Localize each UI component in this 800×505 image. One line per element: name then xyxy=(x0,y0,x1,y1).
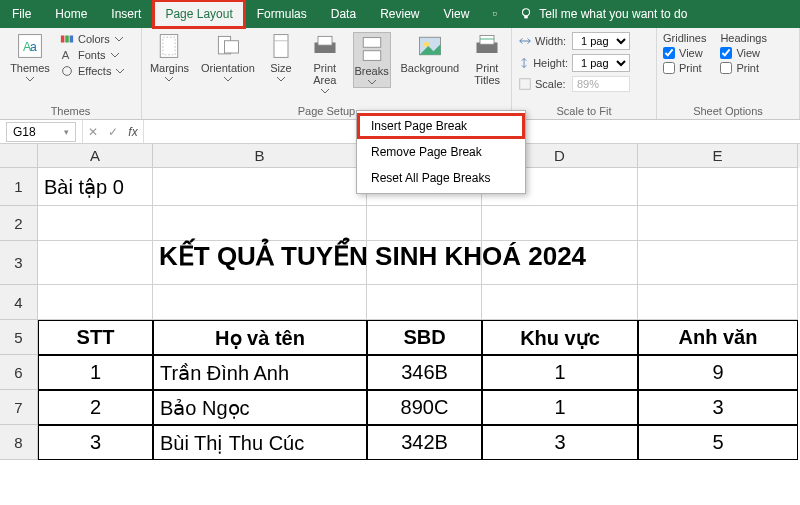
cell-e6[interactable]: 9 xyxy=(638,355,798,390)
group-scale: Scale to Fit xyxy=(518,103,650,117)
cell-a5[interactable]: STT xyxy=(38,320,153,355)
margins-button[interactable]: Margins xyxy=(148,32,191,82)
gridlines-view-check[interactable]: View xyxy=(663,47,706,59)
fx-button[interactable]: fx xyxy=(123,125,143,139)
tab-review[interactable]: Review xyxy=(368,0,431,28)
svg-rect-18 xyxy=(318,36,332,45)
orientation-button[interactable]: Orientation xyxy=(201,32,255,82)
cell-b3-merged[interactable]: KẾT QUẢ TUYỂN SINH KHOÁ 2024 xyxy=(153,241,798,272)
cell-d8[interactable]: 3 xyxy=(482,425,638,460)
chevron-down-icon xyxy=(25,76,35,82)
cell-c6[interactable]: 346B xyxy=(367,355,482,390)
view-label: View xyxy=(736,47,760,59)
cell-b1[interactable] xyxy=(153,168,367,206)
col-header-b[interactable]: B xyxy=(153,144,367,168)
scale-label: Scale: xyxy=(535,78,566,90)
fonts-button[interactable]: A Fonts xyxy=(60,48,125,62)
tab-file[interactable]: File xyxy=(0,0,43,28)
chevron-down-icon xyxy=(115,68,125,74)
enter-formula-button[interactable]: ✓ xyxy=(103,125,123,139)
height-select[interactable]: 1 page xyxy=(572,54,630,72)
row-header-5[interactable]: 5 xyxy=(0,320,38,355)
row-header-6[interactable]: 6 xyxy=(0,355,38,390)
gridlines-print-check[interactable]: Print xyxy=(663,62,706,74)
background-label: Background xyxy=(401,62,460,74)
cell-c2[interactable] xyxy=(367,206,482,241)
tab-home[interactable]: Home xyxy=(43,0,99,28)
cell-c5[interactable]: SBD xyxy=(367,320,482,355)
themes-button[interactable]: Aa Themes xyxy=(6,32,54,82)
cell-c7[interactable]: 890C xyxy=(367,390,482,425)
cell-d7[interactable]: 1 xyxy=(482,390,638,425)
col-header-a[interactable]: A xyxy=(38,144,153,168)
chevron-down-icon[interactable]: ▾ xyxy=(64,127,69,137)
cell-d5[interactable]: Khu vực xyxy=(482,320,638,355)
tab-formulas[interactable]: Formulas xyxy=(245,0,319,28)
tab-view[interactable]: View xyxy=(432,0,482,28)
themes-label: Themes xyxy=(10,62,50,74)
size-button[interactable]: Size xyxy=(265,32,297,82)
margins-icon xyxy=(155,32,183,60)
headings-view-check[interactable]: View xyxy=(720,47,766,59)
cell-b8[interactable]: Bùi Thị Thu Cúc xyxy=(153,425,367,460)
cell-a3[interactable] xyxy=(38,241,153,285)
height-selector[interactable]: Height: 1 page xyxy=(518,54,630,72)
cell-e2[interactable] xyxy=(638,206,798,241)
row-header-4[interactable]: 4 xyxy=(0,285,38,320)
row-header-3[interactable]: 3 xyxy=(0,241,38,285)
cell-c8[interactable]: 342B xyxy=(367,425,482,460)
menu-insert-page-break[interactable]: Insert Page Break xyxy=(357,113,525,139)
background-button[interactable]: Background xyxy=(401,32,460,74)
print-titles-button[interactable]: Print Titles xyxy=(469,32,505,86)
effects-label: Effects xyxy=(78,65,111,77)
cell-a8[interactable]: 3 xyxy=(38,425,153,460)
cell-a1[interactable]: Bài tập 0 xyxy=(38,168,153,206)
cancel-formula-button[interactable]: ✕ xyxy=(83,125,103,139)
breaks-button[interactable]: Breaks xyxy=(353,32,391,88)
tell-me-search[interactable]: Tell me what you want to do xyxy=(509,0,697,28)
colors-button[interactable]: Colors xyxy=(60,32,125,46)
cell-a2[interactable] xyxy=(38,206,153,241)
menu-remove-page-break[interactable]: Remove Page Break xyxy=(357,139,525,165)
name-box[interactable]: G18 ▾ xyxy=(6,122,76,142)
scale-selector: Scale: 89% xyxy=(518,76,630,92)
svg-point-1 xyxy=(523,9,530,16)
width-select[interactable]: 1 page xyxy=(572,32,630,50)
select-all-corner[interactable] xyxy=(0,144,38,168)
tab-insert[interactable]: Insert xyxy=(99,0,153,28)
tab-data[interactable]: Data xyxy=(319,0,368,28)
cell-e1[interactable] xyxy=(638,168,798,206)
cell-c4[interactable] xyxy=(367,285,482,320)
cell-d4[interactable] xyxy=(482,285,638,320)
row-header-1[interactable]: 1 xyxy=(0,168,38,206)
headings-print-check[interactable]: Print xyxy=(720,62,766,74)
cell-e8[interactable]: 5 xyxy=(638,425,798,460)
cell-d2[interactable] xyxy=(482,206,638,241)
row-header-7[interactable]: 7 xyxy=(0,390,38,425)
width-selector[interactable]: Width: 1 page xyxy=(518,32,630,50)
scale-value: 89% xyxy=(572,76,630,92)
chevron-down-icon xyxy=(223,76,233,82)
cell-e5[interactable]: Anh văn xyxy=(638,320,798,355)
cell-a4[interactable] xyxy=(38,285,153,320)
cell-b4[interactable] xyxy=(153,285,367,320)
row-header-8[interactable]: 8 xyxy=(0,425,38,460)
svg-text:a: a xyxy=(30,40,37,54)
menu-reset-page-breaks[interactable]: Reset All Page Breaks xyxy=(357,165,525,191)
cell-b2[interactable] xyxy=(153,206,367,241)
breaks-label: Breaks xyxy=(355,65,389,77)
cell-e7[interactable]: 3 xyxy=(638,390,798,425)
cell-a7[interactable]: 2 xyxy=(38,390,153,425)
cell-e4[interactable] xyxy=(638,285,798,320)
cell-b6[interactable]: Trần Đình Anh xyxy=(153,355,367,390)
cell-b7[interactable]: Bảo Ngọc xyxy=(153,390,367,425)
effects-button[interactable]: Effects xyxy=(60,64,125,78)
print-area-button[interactable]: Print Area xyxy=(307,32,343,94)
cell-d6[interactable]: 1 xyxy=(482,355,638,390)
cell-b5[interactable]: Họ và tên xyxy=(153,320,367,355)
col-header-e[interactable]: E xyxy=(638,144,798,168)
cell-a6[interactable]: 1 xyxy=(38,355,153,390)
tab-page-layout[interactable]: Page Layout xyxy=(153,0,244,28)
row-header-2[interactable]: 2 xyxy=(0,206,38,241)
tab-addin[interactable] xyxy=(481,0,509,28)
